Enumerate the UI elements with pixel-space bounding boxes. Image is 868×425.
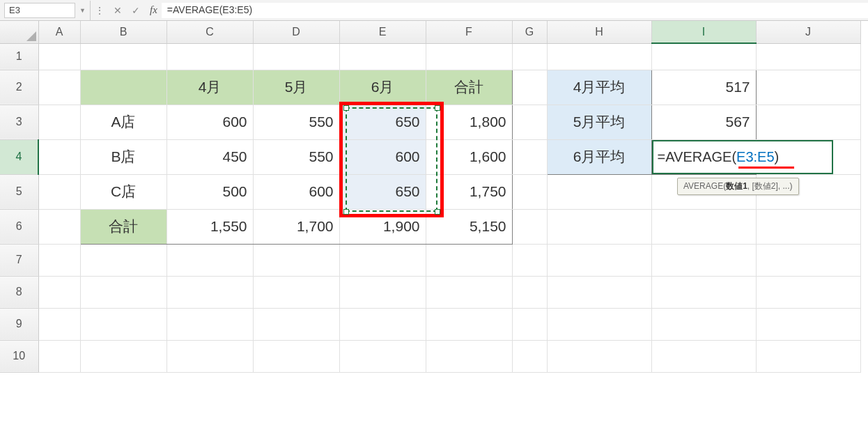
cell-D10[interactable] (253, 340, 339, 372)
cell-C4[interactable]: 450 (166, 139, 253, 174)
cell-A10[interactable] (38, 340, 80, 372)
cell-H8[interactable] (547, 276, 651, 308)
cell-H6[interactable] (547, 209, 651, 244)
col-header-G[interactable]: G (512, 21, 547, 43)
cell-C3[interactable]: 600 (166, 105, 253, 139)
cell-A2[interactable] (38, 70, 80, 105)
cell-J1[interactable] (756, 43, 860, 70)
cell-C9[interactable] (166, 308, 253, 340)
cell-F10[interactable] (426, 340, 512, 372)
cell-F2[interactable]: 合計 (426, 70, 512, 105)
cell-D1[interactable] (253, 43, 339, 70)
cell-H9[interactable] (547, 308, 651, 340)
cell-D4[interactable]: 550 (253, 139, 339, 174)
cell-A7[interactable] (38, 244, 80, 276)
cell-F9[interactable] (426, 308, 512, 340)
cell-B1[interactable] (80, 43, 166, 70)
formula-input[interactable]: =AVERAGE(E3:E5) (162, 3, 868, 18)
cell-B7[interactable] (80, 244, 166, 276)
select-all-corner[interactable] (0, 21, 38, 43)
cell-A1[interactable] (38, 43, 80, 70)
cell-I4[interactable]: =AVERAGE(E3:E5) (651, 139, 756, 174)
cell-E4[interactable]: 600 (339, 139, 426, 174)
cell-E5[interactable]: 650 (339, 174, 426, 209)
cell-G9[interactable] (512, 308, 547, 340)
cell-J8[interactable] (756, 276, 860, 308)
cell-B9[interactable] (80, 308, 166, 340)
cell-A4[interactable] (38, 139, 80, 174)
cell-B3[interactable]: A店 (80, 105, 166, 139)
col-header-F[interactable]: F (426, 21, 512, 43)
cell-G5[interactable] (512, 174, 547, 209)
cell-D9[interactable] (253, 308, 339, 340)
cell-F4[interactable]: 1,600 (426, 139, 512, 174)
cell-D7[interactable] (253, 244, 339, 276)
cell-A3[interactable] (38, 105, 80, 139)
cell-G2[interactable] (512, 70, 547, 105)
selection-handle-bl[interactable] (343, 209, 349, 215)
col-header-D[interactable]: D (253, 21, 339, 43)
cell-A5[interactable] (38, 174, 80, 209)
cell-F5[interactable]: 1,750 (426, 174, 512, 209)
cell-G1[interactable] (512, 43, 547, 70)
cell-E6[interactable]: 1,900 (339, 209, 426, 244)
cell-G3[interactable] (512, 105, 547, 139)
cell-C1[interactable] (166, 43, 253, 70)
selection-handle-tl[interactable] (343, 105, 349, 111)
cell-D6[interactable]: 1,700 (253, 209, 339, 244)
cell-E1[interactable] (339, 43, 426, 70)
cell-B2[interactable] (80, 70, 166, 105)
cell-J2[interactable] (756, 70, 860, 105)
fx-icon[interactable]: fx (150, 4, 157, 16)
row-header-2[interactable]: 2 (0, 70, 38, 105)
cell-H3[interactable]: 5月平均 (547, 105, 651, 139)
cell-C5[interactable]: 500 (166, 174, 253, 209)
row-header-6[interactable]: 6 (0, 209, 38, 244)
row-header-7[interactable]: 7 (0, 244, 38, 276)
cell-D8[interactable] (253, 276, 339, 308)
cell-F8[interactable] (426, 276, 512, 308)
row-header-4[interactable]: 4 (0, 139, 38, 174)
cell-H1[interactable] (547, 43, 651, 70)
cell-G4[interactable] (512, 139, 547, 174)
row-header-3[interactable]: 3 (0, 105, 38, 139)
cell-A8[interactable] (38, 276, 80, 308)
selection-handle-br[interactable] (435, 209, 440, 215)
cell-A6[interactable] (38, 209, 80, 244)
cell-I6[interactable] (651, 209, 756, 244)
col-header-C[interactable]: C (166, 21, 253, 43)
cell-J7[interactable] (756, 244, 860, 276)
formula-edit-overlay[interactable]: =AVERAGE(E3:E5) (652, 140, 833, 174)
col-header-J[interactable]: J (756, 21, 860, 43)
col-header-H[interactable]: H (547, 21, 651, 43)
cell-C8[interactable] (166, 276, 253, 308)
cell-J10[interactable] (756, 340, 860, 372)
cell-I8[interactable] (651, 276, 756, 308)
col-header-I[interactable]: I (651, 21, 756, 43)
cell-B6[interactable]: 合計 (80, 209, 166, 244)
cell-J3[interactable] (756, 105, 860, 139)
cell-E8[interactable] (339, 276, 426, 308)
cell-D3[interactable]: 550 (253, 105, 339, 139)
col-header-E[interactable]: E (339, 21, 426, 43)
name-box-dropdown-icon[interactable]: ▼ (75, 7, 90, 14)
cell-I3[interactable]: 567 (651, 105, 756, 139)
col-header-A[interactable]: A (38, 21, 80, 43)
selection-handle-tr[interactable] (435, 105, 440, 111)
cell-G7[interactable] (512, 244, 547, 276)
col-header-B[interactable]: B (80, 21, 166, 43)
cell-J9[interactable] (756, 308, 860, 340)
cell-I10[interactable] (651, 340, 756, 372)
cell-I7[interactable] (651, 244, 756, 276)
cell-H5[interactable] (547, 174, 651, 209)
cell-D2[interactable]: 5月 (253, 70, 339, 105)
cell-I1[interactable] (651, 43, 756, 70)
cell-I2[interactable]: 517 (651, 70, 756, 105)
row-header-8[interactable]: 8 (0, 276, 38, 308)
cell-H7[interactable] (547, 244, 651, 276)
cell-D5[interactable]: 600 (253, 174, 339, 209)
row-header-5[interactable]: 5 (0, 174, 38, 209)
cell-H10[interactable] (547, 340, 651, 372)
cell-J6[interactable] (756, 209, 860, 244)
cell-B8[interactable] (80, 276, 166, 308)
